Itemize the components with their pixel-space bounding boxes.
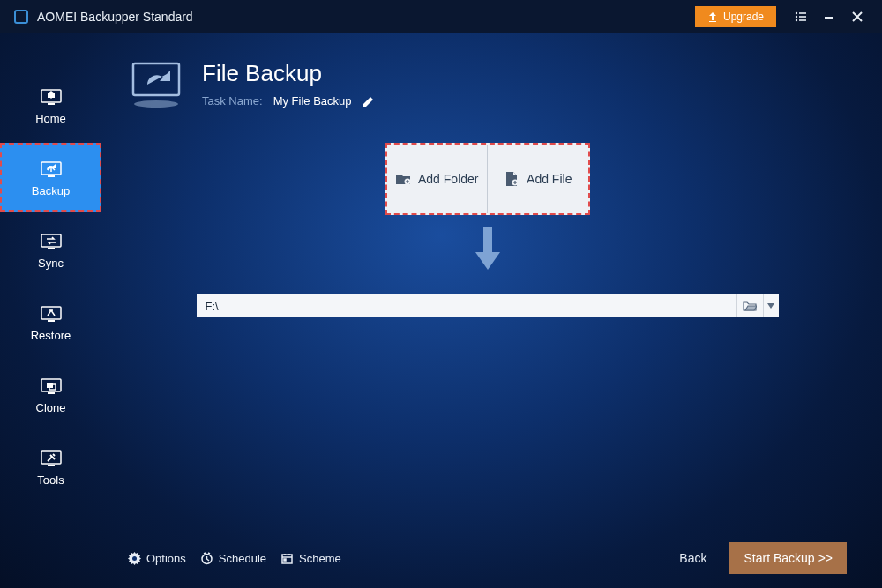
svg-rect-6 — [825, 17, 833, 19]
svg-rect-20 — [483, 227, 492, 252]
footer: Options Schedule Scheme Back Start Backu… — [128, 525, 847, 574]
svg-rect-3 — [799, 16, 806, 18]
svg-rect-11 — [41, 234, 61, 247]
sidebar-item-home[interactable]: Home — [0, 71, 101, 139]
sidebar-item-label: Sync — [38, 257, 64, 270]
add-folder-button[interactable]: Add Folder — [387, 145, 489, 213]
svg-point-4 — [796, 19, 797, 21]
add-file-button[interactable]: Add File — [488, 145, 588, 213]
upgrade-icon — [707, 11, 718, 22]
sidebar-item-label: Home — [35, 112, 66, 125]
destination-dropdown[interactable] — [763, 294, 779, 317]
minimize-button[interactable] — [815, 11, 843, 23]
sidebar: Home Backup Sync Restore Clone Tools — [0, 33, 101, 588]
header-icon — [128, 60, 184, 108]
page-title: File Backup — [202, 60, 375, 87]
menu-icon[interactable] — [787, 10, 815, 24]
start-backup-button[interactable]: Start Backup >> — [729, 542, 847, 574]
destination-row — [197, 294, 779, 317]
svg-point-2 — [796, 16, 797, 18]
titlebar: AOMEI Backupper Standard Upgrade — [0, 0, 882, 33]
sidebar-item-tools[interactable]: Tools — [0, 432, 101, 501]
sidebar-item-sync[interactable]: Sync — [0, 215, 101, 284]
sidebar-item-backup[interactable]: Backup — [0, 143, 101, 212]
arrow-down-icon — [472, 227, 504, 275]
gear-icon — [128, 552, 141, 565]
add-source-box: Add Folder Add File — [385, 143, 590, 215]
app-title: AOMEI Backupper Standard — [37, 10, 193, 24]
content: File Backup Task Name: My File Backup Ad… — [101, 33, 882, 588]
sidebar-item-label: Clone — [36, 401, 66, 414]
edit-icon[interactable] — [363, 95, 375, 108]
scheme-link[interactable]: Scheme — [280, 552, 341, 565]
close-button[interactable] — [843, 11, 871, 23]
task-name-label: Task Name: — [202, 94, 263, 108]
task-name-value: My File Backup — [273, 94, 352, 108]
svg-rect-12 — [41, 307, 61, 319]
sidebar-item-clone[interactable]: Clone — [0, 360, 101, 428]
options-link[interactable]: Options — [128, 552, 186, 565]
clock-icon — [200, 552, 213, 565]
svg-rect-24 — [284, 559, 286, 561]
calendar-icon — [280, 552, 294, 565]
browse-button[interactable] — [736, 294, 763, 317]
sidebar-item-label: Backup — [32, 184, 70, 197]
sidebar-item-label: Restore — [31, 329, 71, 342]
sidebar-item-label: Tools — [37, 473, 64, 487]
app-logo-icon — [14, 10, 28, 24]
back-button[interactable]: Back — [662, 544, 724, 572]
svg-rect-5 — [799, 19, 806, 21]
svg-rect-1 — [799, 12, 806, 14]
upgrade-button[interactable]: Upgrade — [695, 6, 776, 27]
svg-point-21 — [132, 556, 137, 561]
svg-point-0 — [796, 12, 797, 14]
schedule-link[interactable]: Schedule — [200, 552, 266, 565]
sidebar-item-restore[interactable]: Restore — [0, 287, 101, 356]
destination-input[interactable] — [197, 294, 736, 317]
